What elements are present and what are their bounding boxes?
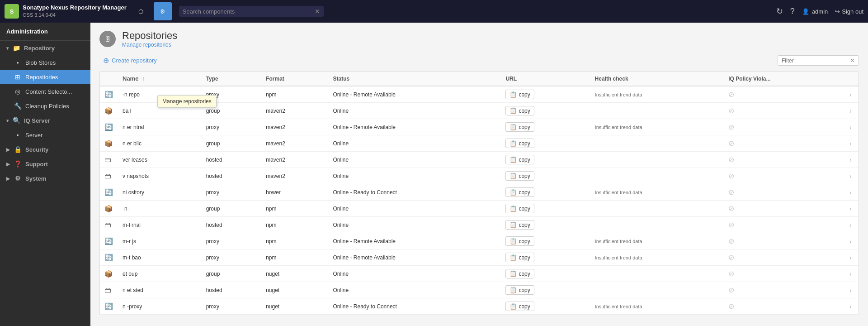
filter-input[interactable] — [782, 58, 850, 64]
row-iq: ⊘ — [724, 282, 845, 298]
table-row[interactable]: 🗃m-l rnalhostednpmOnline📋 copy⊘› — [100, 217, 859, 233]
row-format: maven2 — [261, 119, 328, 135]
refresh-icon[interactable]: ↻ — [776, 6, 783, 16]
sidebar-item-security[interactable]: ▶ 🔒 Security — [0, 142, 90, 157]
repo-type-icon-proxy: 🔄 — [104, 302, 113, 310]
col-name-label: Name — [123, 75, 138, 82]
table-row[interactable]: 🗃n et stedhostednugetOnline📋 copy⊘› — [100, 282, 859, 298]
row-arrow[interactable]: › — [845, 119, 859, 135]
row-url: 📋 copy — [501, 119, 590, 135]
copy-url-button[interactable]: 📋 copy — [505, 122, 534, 132]
user-menu[interactable]: 👤 admin — [802, 8, 828, 15]
row-arrow[interactable]: › — [845, 233, 859, 249]
help-icon[interactable]: ? — [790, 7, 795, 16]
th-name[interactable]: Name ↑ — [118, 72, 202, 86]
table-row[interactable]: 📦-n-groupnpmOnline📋 copy⊘› — [100, 201, 859, 217]
signout-btn[interactable]: ↪ Sign out — [835, 8, 863, 15]
table-row[interactable]: 🔄m-t baoproxynpmOnline - Remote Availabl… — [100, 249, 859, 266]
th-format: Format — [261, 72, 328, 86]
triangle-right-icon-sec: ▶ — [6, 147, 10, 152]
browse-nav-btn[interactable]: ⬡ — [132, 2, 150, 20]
th-iq: IQ Policy Viola... — [724, 72, 845, 86]
sidebar-item-cleanup-policies[interactable]: 🔧 Cleanup Policies — [0, 99, 90, 113]
table-row[interactable]: 📦n er blicgroupmaven2Online📋 copy⊘› — [100, 135, 859, 152]
table-row[interactable]: 🗃 ver leaseshostedmaven2Online📋 copy⊘› — [100, 152, 859, 168]
row-url: 📋 copy — [501, 86, 590, 103]
copy-url-button[interactable]: 📋 copy — [505, 155, 534, 164]
row-icon-cell: 📦 — [100, 103, 118, 119]
row-arrow[interactable]: › — [845, 266, 859, 282]
sidebar-item-server[interactable]: ▪ Server — [0, 128, 90, 142]
repo-type-icon-group: 📦 — [104, 107, 113, 115]
chevron-right-icon: › — [849, 303, 852, 310]
row-iq: ⊘ — [724, 217, 845, 233]
table-row[interactable]: 🗃v napshotshostedmaven2Online📋 copy⊘› — [100, 168, 859, 184]
sidebar-item-system[interactable]: ▶ ⚙ System — [0, 171, 90, 186]
row-arrow[interactable]: › — [845, 103, 859, 119]
search-clear-icon[interactable]: ✕ — [315, 8, 320, 15]
create-repository-button[interactable]: ⊕ Create repository — [99, 54, 160, 67]
database-icon: 🗄 — [105, 36, 111, 43]
row-arrow[interactable]: › — [845, 184, 859, 201]
copy-url-button[interactable]: 📋 copy — [505, 171, 534, 181]
copy-url-button[interactable]: 📋 copy — [505, 253, 534, 262]
repo-type-icon-hosted: 🗃 — [104, 172, 111, 180]
sidebar-item-content-selectors[interactable]: ◎ Content Selecto... — [0, 84, 90, 99]
create-btn-label: Create repository — [112, 57, 157, 64]
copy-url-button[interactable]: 📋 copy — [505, 139, 534, 148]
admin-nav-btn[interactable]: ⚙ — [154, 2, 172, 20]
row-type: hosted — [202, 282, 262, 298]
row-health: Insufficient trend data — [590, 184, 724, 201]
row-url: 📋 copy — [501, 152, 590, 168]
copy-url-button[interactable]: 📋 copy — [505, 204, 534, 213]
sidebar-item-iq-server[interactable]: ▾ 🔍 IQ Server — [0, 113, 90, 128]
copy-url-button[interactable]: 📋 copy — [505, 220, 534, 230]
logo-letter: S — [10, 8, 14, 15]
table-row[interactable]: 🔄n -proxyproxynugetOnline - Ready to Con… — [100, 298, 859, 315]
signout-label: Sign out — [842, 8, 863, 15]
copy-url-button[interactable]: 📋 copy — [505, 187, 534, 197]
table-row[interactable]: 🔄 ni ositoryproxybowerOnline - Ready to … — [100, 184, 859, 201]
copy-url-button[interactable]: 📋 copy — [505, 236, 534, 246]
page-subtitle[interactable]: Manage repositories — [122, 42, 177, 48]
row-arrow[interactable]: › — [845, 168, 859, 184]
filter-clear-icon[interactable]: ✕ — [850, 57, 855, 64]
row-icon-cell: 🗃 — [100, 152, 118, 168]
row-url: 📋 copy — [501, 168, 590, 184]
table-row[interactable]: 🔄n er ntralproxymaven2Online - Remote Av… — [100, 119, 859, 135]
iq-status-icon: ⊘ — [728, 139, 734, 147]
copy-url-button[interactable]: 📋 copy — [505, 90, 534, 99]
repo-type-icon-proxy: 🔄 — [104, 91, 113, 98]
copy-url-button[interactable]: 📋 copy — [505, 302, 534, 311]
sidebar-item-repository[interactable]: ▾ 📁 Repository — [0, 41, 90, 55]
row-arrow[interactable]: › — [845, 201, 859, 217]
row-arrow[interactable]: › — [845, 282, 859, 298]
copy-url-button[interactable]: 📋 copy — [505, 285, 534, 295]
row-arrow[interactable]: › — [845, 249, 859, 266]
row-arrow[interactable]: › — [845, 298, 859, 315]
repo-type-icon-hosted: 🗃 — [104, 286, 111, 294]
copy-url-button[interactable]: 📋 copy — [505, 269, 534, 278]
row-url: 📋 copy — [501, 282, 590, 298]
sidebar-item-repositories[interactable]: ⊞ Repositories — [0, 70, 90, 84]
repo-type-icon-group: 📦 — [104, 270, 113, 278]
sidebar-item-support[interactable]: ▶ ❓ Support — [0, 157, 90, 171]
row-name: et oup — [118, 266, 202, 282]
row-arrow[interactable]: › — [845, 152, 859, 168]
iq-status-icon: ⊘ — [728, 302, 734, 310]
plus-icon: ⊕ — [103, 56, 109, 65]
copy-url-button[interactable]: 📋 copy — [505, 106, 534, 115]
row-url: 📋 copy — [501, 266, 590, 282]
search-input[interactable] — [183, 8, 315, 15]
row-type: proxy — [202, 233, 262, 249]
table-row[interactable]: 🔄m-r jsproxynpmOnline - Remote Available… — [100, 233, 859, 249]
row-health — [590, 282, 724, 298]
table-row[interactable]: 📦 et oupgroupnugetOnline📋 copy⊘› — [100, 266, 859, 282]
row-arrow[interactable]: › — [845, 217, 859, 233]
wrench-icon: 🔧 — [14, 102, 22, 110]
row-arrow[interactable]: › — [845, 86, 859, 103]
row-arrow[interactable]: › — [845, 135, 859, 152]
sidebar-item-blob-stores[interactable]: ▪ Blob Stores — [0, 55, 90, 70]
sidebar-header: Administration — [0, 23, 90, 41]
chevron-right-icon: › — [849, 287, 852, 294]
